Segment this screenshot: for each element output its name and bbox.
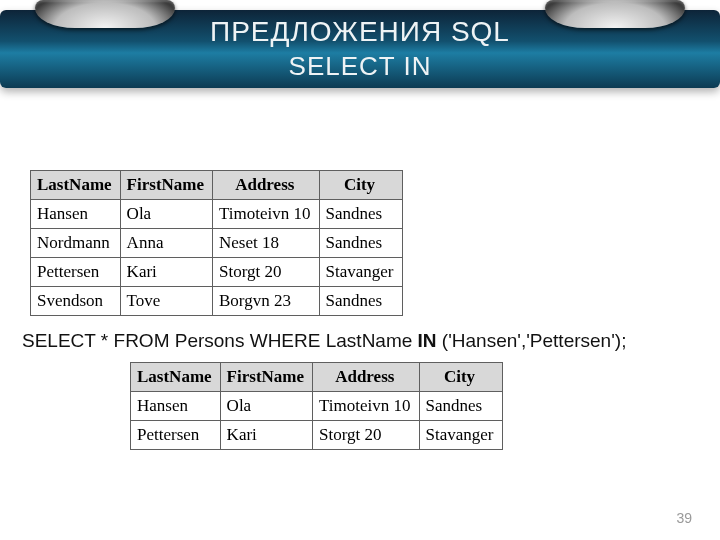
cell: Hansen bbox=[131, 392, 221, 421]
cell: Anna bbox=[120, 229, 212, 258]
cell: Pettersen bbox=[131, 421, 221, 450]
sql-suffix: ('Hansen','Pettersen'); bbox=[437, 330, 627, 351]
sql-prefix: SELECT * FROM Persons WHERE LastName bbox=[22, 330, 418, 351]
cell: Neset 18 bbox=[213, 229, 319, 258]
result-table-wrap: LastName FirstName Address City Hansen O… bbox=[130, 362, 720, 450]
col-header: City bbox=[419, 363, 502, 392]
cell: Kari bbox=[220, 421, 312, 450]
col-header: Address bbox=[213, 171, 319, 200]
cell: Tove bbox=[120, 287, 212, 316]
col-header: LastName bbox=[31, 171, 121, 200]
slide-content: LastName FirstName Address City Hansen O… bbox=[0, 170, 720, 450]
page-number: 39 bbox=[676, 510, 692, 526]
cell: Stavanger bbox=[319, 258, 402, 287]
slide-header: ПРЕДЛОЖЕНИЯ SQL SELECT IN bbox=[0, 0, 720, 100]
cell: Ola bbox=[120, 200, 212, 229]
table-header-row: LastName FirstName Address City bbox=[31, 171, 403, 200]
sql-keyword-in: IN bbox=[418, 330, 437, 351]
cell: Storgt 20 bbox=[213, 258, 319, 287]
table-row: Svendson Tove Borgvn 23 Sandnes bbox=[31, 287, 403, 316]
cell: Kari bbox=[120, 258, 212, 287]
col-header: FirstName bbox=[220, 363, 312, 392]
source-table-wrap: LastName FirstName Address City Hansen O… bbox=[30, 170, 720, 316]
title-line2: SELECT IN bbox=[0, 50, 720, 82]
cell: Timoteivn 10 bbox=[213, 200, 319, 229]
cell: Pettersen bbox=[31, 258, 121, 287]
slide-title: ПРЕДЛОЖЕНИЯ SQL SELECT IN bbox=[0, 14, 720, 82]
table-row: Pettersen Kari Storgt 20 Stavanger bbox=[31, 258, 403, 287]
cell: Svendson bbox=[31, 287, 121, 316]
cell: Timoteivn 10 bbox=[313, 392, 419, 421]
col-header: LastName bbox=[131, 363, 221, 392]
cell: Sandnes bbox=[419, 392, 502, 421]
col-header: Address bbox=[313, 363, 419, 392]
table-row: Pettersen Kari Storgt 20 Stavanger bbox=[131, 421, 503, 450]
cell: Stavanger bbox=[419, 421, 502, 450]
table-header-row: LastName FirstName Address City bbox=[131, 363, 503, 392]
table-row: Hansen Ola Timoteivn 10 Sandnes bbox=[131, 392, 503, 421]
source-table: LastName FirstName Address City Hansen O… bbox=[30, 170, 403, 316]
cell: Nordmann bbox=[31, 229, 121, 258]
table-row: Hansen Ola Timoteivn 10 Sandnes bbox=[31, 200, 403, 229]
cell: Sandnes bbox=[319, 229, 402, 258]
col-header: FirstName bbox=[120, 171, 212, 200]
result-table: LastName FirstName Address City Hansen O… bbox=[130, 362, 503, 450]
cell: Borgvn 23 bbox=[213, 287, 319, 316]
title-line1: ПРЕДЛОЖЕНИЯ SQL bbox=[0, 14, 720, 50]
cell: Ola bbox=[220, 392, 312, 421]
cell: Sandnes bbox=[319, 287, 402, 316]
cell: Storgt 20 bbox=[313, 421, 419, 450]
cell: Hansen bbox=[31, 200, 121, 229]
table-row: Nordmann Anna Neset 18 Sandnes bbox=[31, 229, 403, 258]
col-header: City bbox=[319, 171, 402, 200]
sql-query: SELECT * FROM Persons WHERE LastName IN … bbox=[22, 330, 720, 352]
cell: Sandnes bbox=[319, 200, 402, 229]
